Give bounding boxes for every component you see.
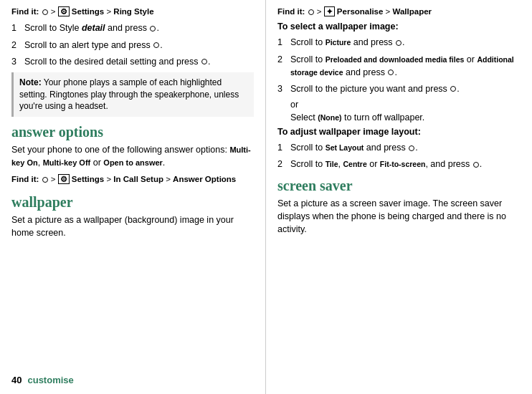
step-text-wp-2: Scroll to Preloaded and downloaded media…: [290, 53, 521, 79]
step-2-ring: 2 Scroll to an alert type and press .: [11, 39, 254, 52]
select-none-text: Select (None) to turn off wallpaper.: [290, 112, 521, 122]
step-num-adj-1: 1: [277, 141, 290, 154]
to-adjust-label: To adjust wallpaper image layout:: [277, 127, 521, 137]
note-label: Note:: [19, 77, 42, 87]
step-2-adj: 2 Scroll to Tile, Centre or Fit-to-scree…: [277, 158, 521, 170]
step-num-wp-2: 2: [277, 53, 290, 66]
step-text-adj-1: Scroll to Set Layout and press .: [290, 141, 521, 154]
step-text-2: Scroll to an alert type and press .: [24, 39, 254, 52]
personalise-icon: ✦: [324, 6, 335, 16]
page-number: 40: [11, 375, 22, 385]
find-it-label-r: Find it:: [277, 7, 305, 16]
or-divider: or: [290, 100, 521, 110]
page-number-row: 40 customise: [11, 375, 74, 385]
answer-options-subtext: Set your phone to one of the following a…: [11, 143, 254, 169]
note-box: Note: Your phone plays a sample of each …: [11, 72, 254, 117]
step-1-ring: 1 Scroll to Style detail and press .: [11, 21, 254, 34]
screen-saver-heading: screen saver: [277, 178, 521, 194]
step-num-3: 3: [11, 55, 24, 68]
settings-icon: ⚙: [58, 6, 70, 16]
screen-saver-subtext: Set a picture as a screen saver image. T…: [277, 197, 521, 236]
step-num-wp-3: 3: [277, 82, 290, 95]
step-2-wp: 2 Scroll to Preloaded and downloaded med…: [277, 53, 521, 79]
note-text: Your phone plays a sample of each highli…: [19, 77, 239, 112]
answer-opt-3: Open to answer: [103, 158, 163, 167]
page-label: customise: [27, 375, 73, 385]
step-num-adj-2: 2: [277, 158, 290, 170]
find-it-personalise: Find it: > ✦ Personalise > Wallpaper: [277, 6, 521, 17]
find-it-path-answer: Settings > In Call Setup > Answer Option…: [72, 175, 236, 183]
step-3-wp: 3 Scroll to the picture you want and pre…: [277, 82, 521, 95]
left-column: Find it: > ⚙ Settings > Ring Style 1 Scr…: [0, 0, 266, 394]
to-select-label: To select a wallpaper image:: [277, 21, 521, 32]
find-it-path-personalise: Personalise > Wallpaper: [337, 7, 432, 16]
step-3-ring: 3 Scroll to the desired detail setting a…: [11, 55, 254, 68]
step-text-1: Scroll to Style detail and press .: [24, 21, 254, 34]
find-it-dot-icon-2: >: [42, 175, 58, 183]
step-text-wp-3: Scroll to the picture you want and press…: [290, 82, 521, 95]
step-num-wp-1: 1: [277, 36, 290, 49]
answer-options-heading: answer options: [11, 124, 254, 140]
step-text-wp-1: Scroll to Picture and press .: [290, 36, 521, 49]
step-num-1: 1: [11, 21, 24, 34]
step-text-adj-2: Scroll to Tile, Centre or Fit-to-screen,…: [290, 158, 521, 170]
find-it-label: Find it:: [11, 7, 39, 16]
ring-style-steps: 1 Scroll to Style detail and press . 2 S…: [11, 21, 254, 67]
find-it-label-2: Find it:: [11, 175, 39, 183]
settings-icon-2: ⚙: [58, 174, 70, 184]
wallpaper-select-steps: 1 Scroll to Picture and press . 2 Scroll…: [277, 36, 521, 95]
find-it-dot-r: >: [308, 7, 324, 16]
step-1-wp: 1 Scroll to Picture and press .: [277, 36, 521, 49]
step-1-adj: 1 Scroll to Set Layout and press .: [277, 141, 521, 154]
find-it-answer-options: Find it: > ⚙ Settings > In Call Setup > …: [11, 173, 254, 185]
find-it-ring-style: Find it: > ⚙ Settings > Ring Style: [11, 6, 254, 17]
step-num-2: 2: [11, 39, 24, 52]
step-text-3: Scroll to the desired detail setting and…: [24, 55, 254, 68]
wallpaper-adjust-steps: 1 Scroll to Set Layout and press . 2 Scr…: [277, 141, 521, 170]
wallpaper-heading: wallpaper: [11, 194, 254, 211]
right-column: Find it: > ✦ Personalise > Wallpaper To …: [266, 0, 532, 394]
find-it-path-ring: Settings > Ring Style: [72, 7, 154, 16]
find-it-dot-icon: >: [42, 7, 58, 16]
wallpaper-subtext: Set a picture as a wallpaper (background…: [11, 213, 254, 239]
answer-opt-2: Multi-key Off: [43, 158, 91, 167]
